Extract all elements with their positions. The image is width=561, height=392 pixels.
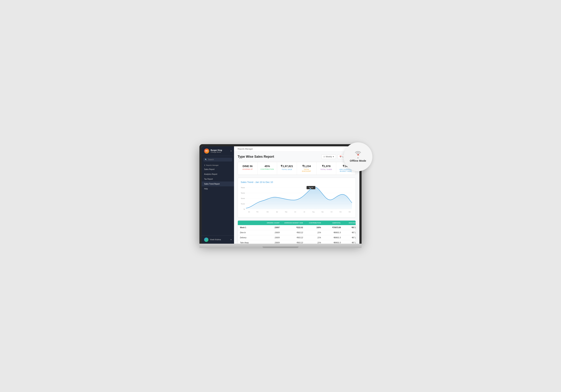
stat-dine-in: DINE IN LEADING AT (238, 162, 258, 175)
svg-text:₹20000: ₹20000 (241, 197, 245, 199)
sidebar-item-help[interactable]: Help (202, 186, 234, 191)
sales-report-label: Sales Report (204, 168, 215, 170)
stat-total-discount-label: TOTAL DISCOUNT (300, 169, 313, 172)
svg-text:Oct: Oct (331, 211, 332, 213)
sidebar-item-analytics-report[interactable]: Analytics Report (202, 172, 234, 177)
tax-report-label: Tax Report (204, 178, 213, 180)
stat-dine-in-label: LEADING AT (241, 168, 254, 170)
stat-contribution-value: 45% (260, 164, 274, 168)
search-placeholder: Search (208, 159, 214, 161)
td-delivery-contrib: 21% (303, 237, 321, 239)
report-title: Type Wise Sales Report (238, 155, 274, 159)
laptop-container: ✕ Offline Mode BK Burger King Change Bra… (199, 144, 362, 248)
svg-text:Feb: Feb (256, 211, 259, 213)
td-dinein: Dine-In (240, 232, 262, 234)
chart-area: ₹40000 ₹30000 ₹20000 ₹10000 ₹0 (241, 186, 353, 215)
td-dinein-subtotal: ₹88601.5 (321, 232, 341, 234)
nav-section-label-text: Reports Manager (206, 164, 219, 166)
stat-total-taxes-value: ₹1,978 (319, 164, 333, 168)
user-chevron-icon[interactable]: ▾ (231, 239, 231, 241)
search-icon: 🔍 (205, 159, 207, 161)
breadcrumb: Reports Manager (238, 148, 253, 150)
td-delivery: Delivery (240, 237, 262, 239)
td-dinein-basket: ₹563.22 (280, 232, 303, 234)
filter-icon: ☰ (323, 156, 325, 158)
td-delivery-orders: 15609 (262, 237, 280, 239)
chart-title-date: Jan 10 to Dec 10 (255, 181, 273, 184)
chart-svg: ₹40000 ₹30000 ₹20000 ₹10000 ₹0 (241, 186, 353, 215)
user-name: Vivek Krishna (210, 239, 229, 241)
th-orders: ORDERS COUNT (262, 222, 280, 224)
page-header: Reports Manager (234, 146, 359, 152)
main-content: Reports Manager Type Wise Sales Report ☰… (234, 146, 359, 244)
laptop-screen: BK Burger King Change Brand ▾ 🔍 Search ❮… (202, 146, 359, 244)
sidebar-header: BK Burger King Change Brand ▾ (202, 146, 234, 156)
svg-text:₹0: ₹0 (244, 208, 245, 210)
stat-contribution: 45% CONTRIBUTION (258, 162, 277, 175)
svg-text:Jul: Jul (303, 211, 305, 213)
svg-text:Aug: Aug (312, 211, 314, 213)
stat-contribution-label: CONTRIBUTION (260, 168, 274, 170)
td-takeaway-discount: ₹87.17 (341, 242, 356, 244)
laptop-screen-wrapper: BK Burger King Change Brand ▾ 🔍 Search ❮… (199, 144, 362, 244)
td-delivery-basket: ₹563.22 (280, 237, 303, 239)
svg-point-12 (310, 188, 311, 190)
svg-text:Apr: Apr (276, 211, 278, 213)
th-subtotal: SUBTOTAL (321, 222, 341, 224)
td-takeaway-contrib: 21% (303, 242, 321, 244)
table-header-row: ORDERS COUNT AVERAGE BASKET SIZE CONTRIB… (238, 221, 356, 225)
nav-section-chevron-icon: ❮ (204, 164, 205, 166)
search-bar[interactable]: 🔍 Search (203, 158, 232, 162)
sidebar-item-tax-report[interactable]: Tax Report (202, 177, 234, 182)
stat-total-sale: ₹1,97,821 TOTAL SALE (277, 162, 297, 175)
brand-sub: Change Brand (211, 151, 229, 153)
stat-dine-in-value: DINE IN (241, 164, 254, 168)
th-contribution: CONTRIBUTION (303, 222, 321, 224)
sidebar-item-sales-report[interactable]: Sales Report (202, 167, 234, 172)
weekly-filter-button[interactable]: ☰ Weekly ▾ (321, 154, 336, 159)
svg-text:Nov: Nov (340, 211, 342, 213)
svg-text:₹28,000: ₹28,000 (309, 187, 313, 188)
chart-title: Sales Trend - Jan 10 to Dec 10 (241, 181, 353, 184)
weekly-chevron-icon: ▾ (333, 155, 334, 158)
data-table: ORDERS COUNT AVERAGE BASKET SIZE CONTRIB… (238, 220, 356, 244)
svg-text:Jun: Jun (294, 211, 296, 213)
td-dinein-orders: 15609 (262, 232, 280, 234)
sidebar: BK Burger King Change Brand ▾ 🔍 Search ❮… (202, 146, 234, 244)
brand-info: Burger King Change Brand (209, 149, 231, 153)
svg-text:Sep: Sep (321, 211, 324, 213)
stat-total-sale-label: TOTAL SALE (280, 169, 294, 170)
help-label: Help (204, 188, 208, 190)
stat-total-discount: ₹1,234 TOTAL DISCOUNT (297, 162, 316, 175)
analytics-report-label: Analytics Report (204, 173, 217, 175)
brand-name: Burger King (211, 149, 229, 151)
td-delivery-discount: ₹87.17 (341, 237, 356, 239)
nav-section-reports-manager[interactable]: ❮ Reports Manager (202, 163, 234, 167)
svg-text:May: May (285, 211, 287, 213)
stats-row: DINE IN LEADING AT 45% CONTRIBUTION ₹1,9… (238, 162, 356, 175)
th-basket: AVERAGE BASKET SIZE (280, 222, 303, 224)
sidebar-item-sales-trend-report[interactable]: Sales Trend Report (202, 182, 234, 186)
td-delivery-subtotal: ₹88601.5 (321, 237, 341, 239)
td-takeaway-basket: ₹563.22 (280, 242, 303, 244)
svg-text:₹40000: ₹40000 (241, 187, 245, 188)
chart-section: Sales Trend - Jan 10 to Dec 10 ₹40000 ₹3… (238, 178, 356, 218)
table-row: Take-Away 15609 ₹563.22 21% ₹88601.5 ₹87… (238, 240, 356, 244)
table-row: Dine-In 15609 ₹563.22 21% ₹88601.5 ₹87.1… (238, 230, 356, 235)
user-avatar (204, 238, 208, 242)
td-takeaway-subtotal: ₹88601.5 (321, 242, 341, 244)
td-week1: Week 1 (240, 227, 262, 229)
svg-text:₹30000: ₹30000 (241, 192, 245, 194)
th-name (240, 222, 262, 224)
table-row: Delivery 15609 ₹563.22 21% ₹88601.5 ₹87.… (238, 235, 356, 240)
wifi-offline-icon: ✕ (354, 151, 362, 158)
td-takeaway-orders: 15609 (262, 242, 280, 244)
td-week1-subtotal: ₹70973.89 (321, 227, 341, 229)
td-week1-discount: ₹87.17 (341, 227, 356, 229)
stat-total-sale-value: ₹1,97,821 (280, 164, 294, 168)
brand-chevron-icon[interactable]: ▾ (231, 150, 231, 152)
weekly-filter-label: Weekly (326, 155, 332, 158)
sidebar-footer: Vivek Krishna ▾ (202, 236, 234, 244)
svg-text:Mar: Mar (267, 211, 269, 213)
svg-text:₹10000: ₹10000 (241, 203, 245, 205)
